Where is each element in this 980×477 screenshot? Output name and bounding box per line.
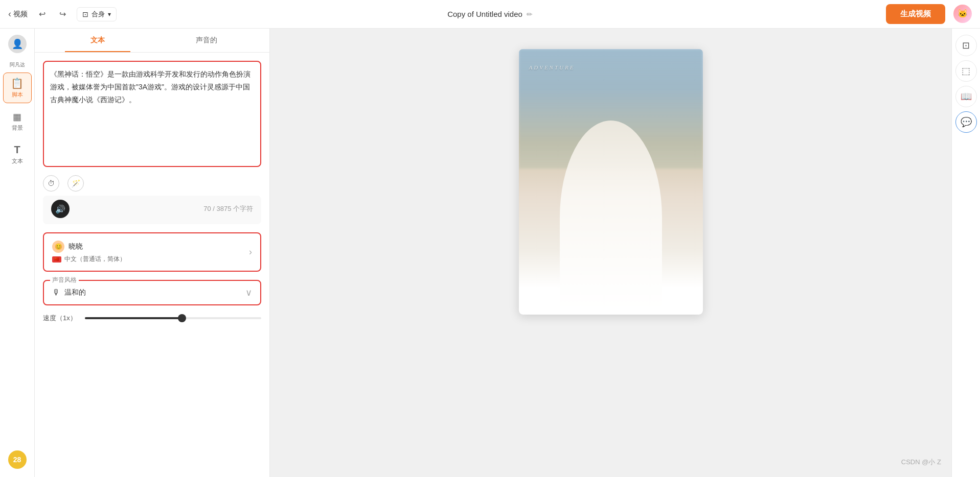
voice-name-label: 晓晓 — [69, 242, 83, 251]
edit-title-icon[interactable]: ✏ — [527, 10, 533, 18]
redo-button[interactable]: ↪ — [54, 6, 71, 22]
speed-label: 速度（1x） — [43, 314, 77, 323]
speaker-button[interactable]: 🔊 — [51, 200, 70, 218]
fit-label: 合身 — [92, 10, 105, 19]
background-icon: ▦ — [13, 111, 21, 123]
preview-area: ADVENTURE CSDN @小 Z — [270, 29, 951, 477]
preview-photo-mock: ADVENTURE — [519, 49, 703, 315]
right-chat-btn[interactable]: 💬 — [955, 111, 977, 133]
person-silhouette — [560, 121, 662, 315]
background-label: 背景 — [12, 124, 23, 132]
user-icon: 👤 — [12, 38, 23, 50]
timer-icon-btn[interactable]: ⏱ — [43, 175, 59, 192]
csdn-watermark: CSDN @小 Z — [901, 458, 941, 467]
user-name-label: 阿凡达 — [10, 61, 25, 68]
text-label: 文本 — [12, 157, 23, 165]
user-avatar-nav[interactable]: 👤 — [8, 35, 27, 53]
tab-audio[interactable]: 声音的 — [152, 29, 262, 52]
voice-style-value: 温和的 — [64, 288, 245, 297]
user-avatar-header[interactable]: 🐱 — [953, 5, 972, 23]
back-label: 视频 — [13, 10, 28, 19]
header-left: ‹ 视频 ↩ ↪ ⊡ 合身 ▾ — [8, 6, 117, 22]
sidebar-item-background[interactable]: ▦ 背景 — [3, 107, 32, 136]
speed-slider-fill — [85, 317, 182, 319]
voice-selector[interactable]: 😊 晓晓 🇨🇳 中文（普通话，简体） › — [43, 232, 261, 272]
header-center: Copy of Untitled video ✏ — [447, 10, 533, 18]
char-count-row: 🔊 70 / 3875 个字符 — [43, 196, 261, 224]
script-section — [43, 61, 261, 167]
voice-avatar: 😊 — [52, 241, 64, 253]
fit-button[interactable]: ⊡ 合身 ▾ — [77, 7, 117, 21]
voice-style-section: 声音风格 🎙 温和的 ∨ — [43, 280, 261, 305]
script-icon: 📋 — [11, 77, 24, 89]
right-panel: ⊡ ⬚ 📖 💬 — [951, 29, 980, 477]
number-badge: 28 — [8, 450, 27, 469]
voice-chevron-right-icon: › — [249, 247, 252, 257]
photo-watermark: ADVENTURE — [529, 64, 575, 70]
icon-row: ⏱ 🪄 — [35, 175, 269, 196]
generate-video-button[interactable]: 生成视频 — [886, 4, 945, 24]
icon-nav: 👤 阿凡达 📋 脚本 ▦ 背景 T 文本 28 — [0, 29, 35, 477]
speed-slider-track[interactable] — [85, 317, 261, 319]
voice-name-row: 😊 晓晓 — [52, 241, 249, 253]
undo-redo-group: ↩ ↪ — [34, 6, 71, 22]
sidebar-item-text[interactable]: T 文本 — [3, 140, 32, 169]
right-frame-btn[interactable]: ⬚ — [955, 60, 977, 82]
video-title: Copy of Untitled video — [447, 10, 522, 18]
tab-text[interactable]: 文本 — [43, 29, 152, 52]
back-button[interactable]: ‹ 视频 — [8, 9, 28, 19]
text-icon: T — [14, 144, 20, 156]
panel-tabs: 文本 声音的 — [35, 29, 269, 53]
panel: 文本 声音的 ⏱ 🪄 🔊 70 / 3875 个字符 😊 晓晓 — [35, 29, 270, 477]
speed-slider-thumb[interactable] — [178, 314, 186, 322]
voice-lang-row: 🇨🇳 中文（普通话，简体） — [52, 255, 249, 264]
sidebar-item-script[interactable]: 📋 脚本 — [3, 73, 32, 103]
voice-style-chevron-icon: ∨ — [245, 287, 252, 298]
voice-info: 😊 晓晓 🇨🇳 中文（普通话，简体） — [52, 241, 249, 264]
script-label: 脚本 — [12, 91, 23, 99]
right-book-btn[interactable]: 📖 — [955, 86, 977, 107]
script-textarea[interactable] — [50, 68, 254, 158]
mic-icon: 🎙 — [52, 288, 60, 297]
header-right: 生成视频 🐱 — [886, 4, 972, 24]
preview-image-container: ADVENTURE — [519, 49, 703, 315]
fit-chevron-icon: ▾ — [108, 11, 111, 18]
undo-button[interactable]: ↩ — [34, 6, 50, 22]
voice-lang-label: 中文（普通话，简体） — [64, 255, 126, 264]
char-count: 70 / 3875 个字符 — [203, 204, 253, 213]
speed-section: 速度（1x） — [43, 314, 261, 323]
back-icon: ‹ — [8, 9, 11, 19]
voice-style-label: 声音风格 — [50, 276, 79, 284]
magic-wand-icon-btn[interactable]: 🪄 — [67, 175, 84, 192]
flag-icon: 🇨🇳 — [52, 256, 61, 263]
fit-icon: ⊡ — [82, 10, 88, 18]
right-magic-btn[interactable]: ⊡ — [955, 35, 977, 56]
header: ‹ 视频 ↩ ↪ ⊡ 合身 ▾ Copy of Untitled video ✏… — [0, 0, 980, 29]
main-content: 👤 阿凡达 📋 脚本 ▦ 背景 T 文本 28 文本 声音的 ⏱ — [0, 29, 980, 477]
